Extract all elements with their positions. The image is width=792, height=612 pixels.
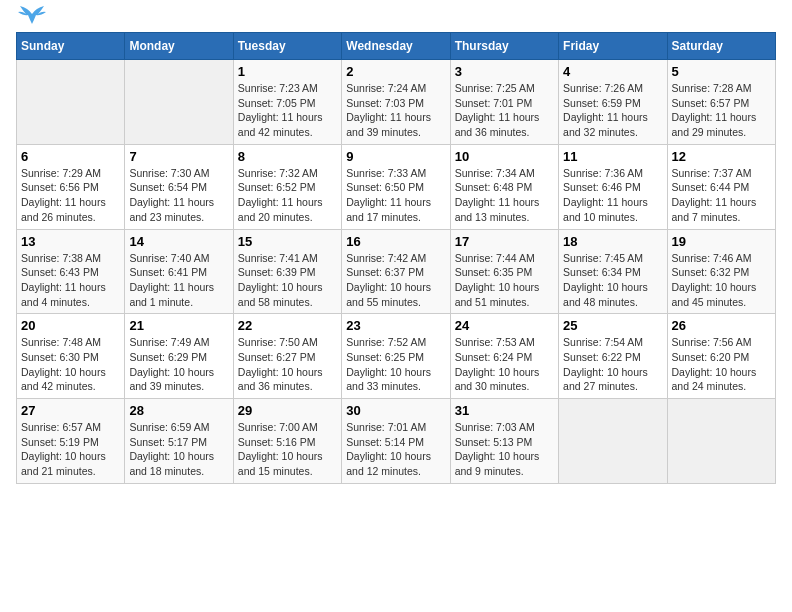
day-number: 26 bbox=[672, 318, 771, 333]
day-info: Sunrise: 7:34 AM Sunset: 6:48 PM Dayligh… bbox=[455, 166, 554, 225]
day-number: 29 bbox=[238, 403, 337, 418]
day-info: Sunrise: 7:52 AM Sunset: 6:25 PM Dayligh… bbox=[346, 335, 445, 394]
calendar-cell: 5Sunrise: 7:28 AM Sunset: 6:57 PM Daylig… bbox=[667, 60, 775, 145]
day-info: Sunrise: 7:32 AM Sunset: 6:52 PM Dayligh… bbox=[238, 166, 337, 225]
calendar-cell: 24Sunrise: 7:53 AM Sunset: 6:24 PM Dayli… bbox=[450, 314, 558, 399]
logo-bird-icon bbox=[18, 6, 46, 24]
calendar-cell: 4Sunrise: 7:26 AM Sunset: 6:59 PM Daylig… bbox=[559, 60, 667, 145]
day-info: Sunrise: 6:57 AM Sunset: 5:19 PM Dayligh… bbox=[21, 420, 120, 479]
calendar-cell: 31Sunrise: 7:03 AM Sunset: 5:13 PM Dayli… bbox=[450, 399, 558, 484]
calendar-week-row: 27Sunrise: 6:57 AM Sunset: 5:19 PM Dayli… bbox=[17, 399, 776, 484]
day-number: 8 bbox=[238, 149, 337, 164]
calendar-cell: 29Sunrise: 7:00 AM Sunset: 5:16 PM Dayli… bbox=[233, 399, 341, 484]
calendar-cell: 10Sunrise: 7:34 AM Sunset: 6:48 PM Dayli… bbox=[450, 144, 558, 229]
day-number: 10 bbox=[455, 149, 554, 164]
calendar-cell bbox=[17, 60, 125, 145]
day-number: 25 bbox=[563, 318, 662, 333]
calendar-cell: 8Sunrise: 7:32 AM Sunset: 6:52 PM Daylig… bbox=[233, 144, 341, 229]
calendar-cell: 30Sunrise: 7:01 AM Sunset: 5:14 PM Dayli… bbox=[342, 399, 450, 484]
day-number: 27 bbox=[21, 403, 120, 418]
day-number: 22 bbox=[238, 318, 337, 333]
calendar-cell: 7Sunrise: 7:30 AM Sunset: 6:54 PM Daylig… bbox=[125, 144, 233, 229]
weekday-header: Saturday bbox=[667, 33, 775, 60]
day-info: Sunrise: 7:54 AM Sunset: 6:22 PM Dayligh… bbox=[563, 335, 662, 394]
calendar-cell: 16Sunrise: 7:42 AM Sunset: 6:37 PM Dayli… bbox=[342, 229, 450, 314]
calendar-cell: 9Sunrise: 7:33 AM Sunset: 6:50 PM Daylig… bbox=[342, 144, 450, 229]
calendar-cell: 26Sunrise: 7:56 AM Sunset: 6:20 PM Dayli… bbox=[667, 314, 775, 399]
calendar-cell: 27Sunrise: 6:57 AM Sunset: 5:19 PM Dayli… bbox=[17, 399, 125, 484]
calendar-week-row: 20Sunrise: 7:48 AM Sunset: 6:30 PM Dayli… bbox=[17, 314, 776, 399]
calendar-cell: 13Sunrise: 7:38 AM Sunset: 6:43 PM Dayli… bbox=[17, 229, 125, 314]
calendar-cell: 18Sunrise: 7:45 AM Sunset: 6:34 PM Dayli… bbox=[559, 229, 667, 314]
day-info: Sunrise: 7:00 AM Sunset: 5:16 PM Dayligh… bbox=[238, 420, 337, 479]
weekday-header: Friday bbox=[559, 33, 667, 60]
calendar-table: SundayMondayTuesdayWednesdayThursdayFrid… bbox=[16, 32, 776, 484]
day-number: 12 bbox=[672, 149, 771, 164]
day-info: Sunrise: 7:26 AM Sunset: 6:59 PM Dayligh… bbox=[563, 81, 662, 140]
calendar-cell: 17Sunrise: 7:44 AM Sunset: 6:35 PM Dayli… bbox=[450, 229, 558, 314]
day-number: 1 bbox=[238, 64, 337, 79]
day-info: Sunrise: 7:24 AM Sunset: 7:03 PM Dayligh… bbox=[346, 81, 445, 140]
day-info: Sunrise: 7:28 AM Sunset: 6:57 PM Dayligh… bbox=[672, 81, 771, 140]
day-number: 11 bbox=[563, 149, 662, 164]
calendar-cell bbox=[559, 399, 667, 484]
day-info: Sunrise: 7:40 AM Sunset: 6:41 PM Dayligh… bbox=[129, 251, 228, 310]
calendar-cell: 2Sunrise: 7:24 AM Sunset: 7:03 PM Daylig… bbox=[342, 60, 450, 145]
day-info: Sunrise: 7:03 AM Sunset: 5:13 PM Dayligh… bbox=[455, 420, 554, 479]
day-number: 28 bbox=[129, 403, 228, 418]
calendar-cell: 6Sunrise: 7:29 AM Sunset: 6:56 PM Daylig… bbox=[17, 144, 125, 229]
day-number: 16 bbox=[346, 234, 445, 249]
calendar-cell: 20Sunrise: 7:48 AM Sunset: 6:30 PM Dayli… bbox=[17, 314, 125, 399]
weekday-header-row: SundayMondayTuesdayWednesdayThursdayFrid… bbox=[17, 33, 776, 60]
calendar-cell: 28Sunrise: 6:59 AM Sunset: 5:17 PM Dayli… bbox=[125, 399, 233, 484]
calendar-week-row: 1Sunrise: 7:23 AM Sunset: 7:05 PM Daylig… bbox=[17, 60, 776, 145]
day-info: Sunrise: 7:45 AM Sunset: 6:34 PM Dayligh… bbox=[563, 251, 662, 310]
calendar-cell: 25Sunrise: 7:54 AM Sunset: 6:22 PM Dayli… bbox=[559, 314, 667, 399]
day-number: 14 bbox=[129, 234, 228, 249]
day-number: 2 bbox=[346, 64, 445, 79]
day-number: 31 bbox=[455, 403, 554, 418]
calendar-cell: 1Sunrise: 7:23 AM Sunset: 7:05 PM Daylig… bbox=[233, 60, 341, 145]
day-number: 3 bbox=[455, 64, 554, 79]
day-info: Sunrise: 7:48 AM Sunset: 6:30 PM Dayligh… bbox=[21, 335, 120, 394]
day-info: Sunrise: 7:29 AM Sunset: 6:56 PM Dayligh… bbox=[21, 166, 120, 225]
calendar-cell: 3Sunrise: 7:25 AM Sunset: 7:01 PM Daylig… bbox=[450, 60, 558, 145]
day-info: Sunrise: 7:53 AM Sunset: 6:24 PM Dayligh… bbox=[455, 335, 554, 394]
weekday-header: Sunday bbox=[17, 33, 125, 60]
calendar-cell: 15Sunrise: 7:41 AM Sunset: 6:39 PM Dayli… bbox=[233, 229, 341, 314]
day-number: 7 bbox=[129, 149, 228, 164]
day-info: Sunrise: 7:42 AM Sunset: 6:37 PM Dayligh… bbox=[346, 251, 445, 310]
day-info: Sunrise: 7:36 AM Sunset: 6:46 PM Dayligh… bbox=[563, 166, 662, 225]
day-info: Sunrise: 7:37 AM Sunset: 6:44 PM Dayligh… bbox=[672, 166, 771, 225]
day-info: Sunrise: 7:23 AM Sunset: 7:05 PM Dayligh… bbox=[238, 81, 337, 140]
day-number: 13 bbox=[21, 234, 120, 249]
calendar-cell bbox=[125, 60, 233, 145]
header bbox=[16, 16, 776, 24]
calendar-week-row: 6Sunrise: 7:29 AM Sunset: 6:56 PM Daylig… bbox=[17, 144, 776, 229]
day-info: Sunrise: 7:49 AM Sunset: 6:29 PM Dayligh… bbox=[129, 335, 228, 394]
day-number: 5 bbox=[672, 64, 771, 79]
weekday-header: Thursday bbox=[450, 33, 558, 60]
day-info: Sunrise: 7:25 AM Sunset: 7:01 PM Dayligh… bbox=[455, 81, 554, 140]
day-number: 18 bbox=[563, 234, 662, 249]
day-number: 6 bbox=[21, 149, 120, 164]
calendar-cell: 19Sunrise: 7:46 AM Sunset: 6:32 PM Dayli… bbox=[667, 229, 775, 314]
day-number: 15 bbox=[238, 234, 337, 249]
day-number: 30 bbox=[346, 403, 445, 418]
day-info: Sunrise: 7:50 AM Sunset: 6:27 PM Dayligh… bbox=[238, 335, 337, 394]
calendar-cell: 14Sunrise: 7:40 AM Sunset: 6:41 PM Dayli… bbox=[125, 229, 233, 314]
day-number: 4 bbox=[563, 64, 662, 79]
calendar-cell: 12Sunrise: 7:37 AM Sunset: 6:44 PM Dayli… bbox=[667, 144, 775, 229]
calendar-cell: 23Sunrise: 7:52 AM Sunset: 6:25 PM Dayli… bbox=[342, 314, 450, 399]
calendar-cell: 11Sunrise: 7:36 AM Sunset: 6:46 PM Dayli… bbox=[559, 144, 667, 229]
day-number: 21 bbox=[129, 318, 228, 333]
day-info: Sunrise: 7:44 AM Sunset: 6:35 PM Dayligh… bbox=[455, 251, 554, 310]
day-info: Sunrise: 7:01 AM Sunset: 5:14 PM Dayligh… bbox=[346, 420, 445, 479]
day-number: 20 bbox=[21, 318, 120, 333]
day-number: 24 bbox=[455, 318, 554, 333]
day-number: 9 bbox=[346, 149, 445, 164]
day-info: Sunrise: 7:30 AM Sunset: 6:54 PM Dayligh… bbox=[129, 166, 228, 225]
day-info: Sunrise: 6:59 AM Sunset: 5:17 PM Dayligh… bbox=[129, 420, 228, 479]
weekday-header: Wednesday bbox=[342, 33, 450, 60]
day-number: 17 bbox=[455, 234, 554, 249]
